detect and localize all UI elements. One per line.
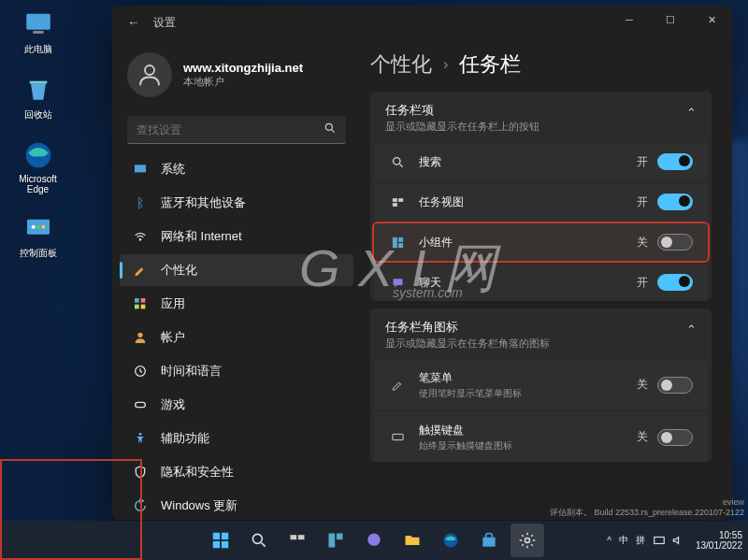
svg-point-6 bbox=[36, 225, 40, 229]
sidebar-item-accounts[interactable]: 帐户 bbox=[120, 322, 353, 353]
svg-rect-29 bbox=[392, 434, 402, 439]
setting-row-keyboard: 触摸键盘 始终显示触摸键盘图标 关 bbox=[374, 412, 708, 462]
tray-ime[interactable]: 拼 bbox=[636, 534, 645, 547]
svg-rect-41 bbox=[337, 534, 343, 540]
taskbar-tray: ^ 中 拼 10:55 13/01/2022 bbox=[607, 530, 742, 552]
svg-rect-14 bbox=[141, 298, 146, 303]
maximize-button[interactable]: ☐ bbox=[650, 6, 691, 34]
sidebar-item-label: 辅助功能 bbox=[161, 430, 209, 447]
svg-rect-35 bbox=[222, 541, 228, 548]
taskbar-chat[interactable] bbox=[357, 524, 391, 557]
sidebar-item-update[interactable]: Windows 更新 bbox=[120, 490, 353, 520]
setting-row-pen: 笔菜单 使用笔时显示笔菜单图标 关 bbox=[374, 360, 708, 409]
svg-rect-23 bbox=[392, 198, 396, 202]
sidebar-item-label: 网络和 Internet bbox=[161, 228, 242, 245]
accessibility-icon bbox=[133, 431, 148, 446]
toggle-pen[interactable] bbox=[657, 377, 693, 394]
sidebar-item-apps[interactable]: 应用 bbox=[120, 288, 353, 320]
apps-icon bbox=[133, 296, 148, 311]
widgets-icon bbox=[389, 234, 406, 251]
clock-icon bbox=[133, 364, 148, 379]
sidebar-item-bluetooth[interactable]: ᛒ 蓝牙和其他设备 bbox=[120, 187, 353, 219]
back-button[interactable]: ← bbox=[127, 15, 140, 30]
build-line: 评估副本。 Build 22533.rs_prerelease.220107-2… bbox=[550, 508, 744, 519]
desktop-icon-edge[interactable]: Microsoft Edge bbox=[7, 138, 68, 194]
svg-rect-11 bbox=[135, 165, 146, 172]
pen-icon bbox=[389, 377, 406, 394]
sidebar-item-time[interactable]: 时间和语言 bbox=[120, 355, 353, 387]
search-icon bbox=[389, 153, 406, 170]
sidebar-item-label: 蓝牙和其他设备 bbox=[161, 194, 246, 211]
taskbar-edge[interactable] bbox=[434, 524, 468, 557]
row-title: 任务视图 bbox=[419, 194, 637, 210]
taskbar-settings[interactable] bbox=[511, 524, 544, 557]
chevron-up-icon: ⌃ bbox=[686, 106, 697, 120]
toggle-chat[interactable] bbox=[657, 274, 693, 291]
toggle-search[interactable] bbox=[657, 153, 693, 170]
tray-icons[interactable] bbox=[653, 534, 684, 547]
sidebar-item-gaming[interactable]: 游戏 bbox=[120, 389, 353, 421]
sidebar-item-accessibility[interactable]: 辅助功能 bbox=[120, 423, 353, 454]
section-taskbar-items: 任务栏项 显示或隐藏显示在任务栏上的按钮 ⌃ 搜索 开 任务视图 开 bbox=[370, 92, 712, 301]
desktop-icon-label: 控制面板 bbox=[20, 247, 57, 260]
taskbar-explorer[interactable] bbox=[396, 524, 429, 557]
titlebar: ← 设置 ─ ☐ ✕ bbox=[112, 6, 732, 39]
network-icon bbox=[653, 534, 666, 547]
sidebar-item-privacy[interactable]: 隐私和安全性 bbox=[120, 456, 353, 488]
breadcrumb-parent[interactable]: 个性化 bbox=[370, 50, 432, 79]
tray-ime[interactable]: 中 bbox=[619, 534, 628, 547]
search-icon bbox=[324, 122, 337, 137]
svg-point-45 bbox=[525, 538, 530, 543]
trash-icon bbox=[22, 73, 55, 107]
svg-rect-44 bbox=[482, 538, 495, 547]
svg-point-20 bbox=[139, 433, 142, 436]
window-title: 设置 bbox=[153, 15, 176, 31]
svg-point-5 bbox=[31, 225, 35, 229]
user-block[interactable]: www.xitongzhijia.net 本地帐户 bbox=[120, 47, 353, 110]
sidebar-item-system[interactable]: 系统 bbox=[120, 153, 353, 185]
toggle-state: 关 bbox=[637, 377, 648, 393]
svg-rect-33 bbox=[222, 533, 228, 539]
pc-icon bbox=[22, 7, 55, 41]
desktop-icon-control[interactable]: 控制面板 bbox=[7, 211, 68, 260]
row-title: 触摸键盘 bbox=[419, 423, 637, 438]
toggle-taskview[interactable] bbox=[657, 194, 693, 210]
svg-point-17 bbox=[137, 333, 142, 337]
row-subtitle: 使用笔时显示笔菜单图标 bbox=[419, 387, 637, 399]
taskbar-center bbox=[204, 524, 544, 557]
toggle-keyboard[interactable] bbox=[657, 429, 693, 446]
sidebar-item-label: 游戏 bbox=[161, 396, 185, 413]
svg-point-21 bbox=[393, 157, 400, 165]
start-button[interactable] bbox=[204, 524, 237, 557]
sidebar-item-label: 时间和语言 bbox=[161, 363, 222, 380]
svg-point-42 bbox=[367, 534, 380, 546]
taskbar-search[interactable] bbox=[242, 524, 276, 557]
svg-line-37 bbox=[262, 543, 266, 547]
close-button[interactable]: ✕ bbox=[691, 6, 732, 34]
svg-rect-27 bbox=[398, 237, 403, 241]
search-box[interactable] bbox=[127, 116, 346, 144]
account-icon bbox=[133, 330, 148, 345]
sidebar-item-network[interactable]: 网络和 Internet bbox=[120, 221, 353, 252]
setting-row-taskview: 任务视图 开 bbox=[374, 183, 708, 221]
minimize-button[interactable]: ─ bbox=[609, 6, 650, 34]
desktop-icon-trash[interactable]: 回收站 bbox=[7, 73, 68, 122]
section-title: 任务栏角图标 bbox=[385, 319, 550, 336]
clock[interactable]: 10:55 13/01/2022 bbox=[696, 530, 742, 552]
sidebar-item-personalization[interactable]: 个性化 bbox=[120, 254, 353, 286]
shield-icon bbox=[133, 465, 148, 480]
svg-line-10 bbox=[332, 130, 335, 133]
section-header[interactable]: 任务栏项 显示或隐藏显示在任务栏上的按钮 ⌃ bbox=[370, 92, 712, 143]
desktop-icons: 此电脑 回收站 Microsoft Edge 控制面板 bbox=[7, 7, 68, 260]
toggle-widgets[interactable] bbox=[657, 234, 693, 251]
taskbar-taskview[interactable] bbox=[280, 524, 314, 557]
svg-line-22 bbox=[399, 164, 402, 166]
desktop-icon-pc[interactable]: 此电脑 bbox=[7, 7, 68, 56]
sidebar-item-label: 隐私和安全性 bbox=[161, 464, 234, 481]
taskbar-widgets[interactable] bbox=[319, 524, 352, 557]
toggle-state: 关 bbox=[637, 235, 648, 251]
taskbar-store[interactable] bbox=[472, 524, 506, 557]
search-input[interactable] bbox=[137, 123, 324, 136]
section-header[interactable]: 任务栏角图标 显示或隐藏显示在任务栏角落的图标 ⌃ bbox=[370, 309, 712, 360]
tray-chevron[interactable]: ^ bbox=[607, 536, 611, 546]
